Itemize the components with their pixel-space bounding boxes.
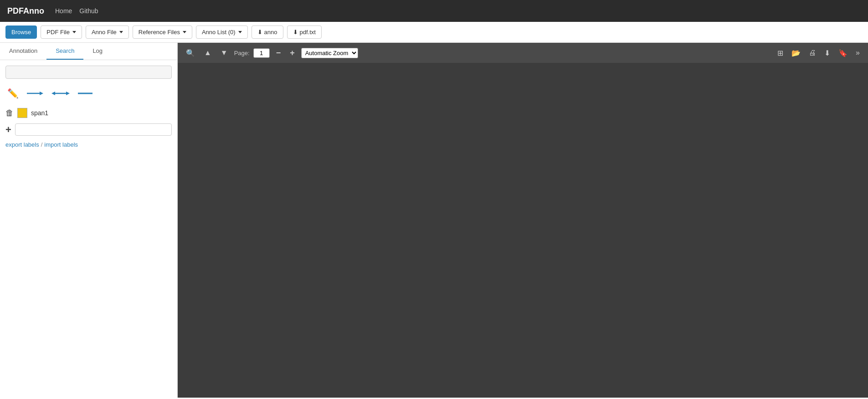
zoom-in-button[interactable]: + xyxy=(287,46,298,60)
arrow-both-icon[interactable] xyxy=(51,90,70,97)
app-brand: PDFAnno xyxy=(7,6,44,16)
anno-file-caret-icon xyxy=(119,31,123,33)
tab-search[interactable]: Search xyxy=(46,43,83,60)
label-color-swatch[interactable] xyxy=(17,108,27,118)
pdf-file-caret-icon xyxy=(72,31,76,33)
print-button[interactable]: 🖨 xyxy=(806,47,819,59)
export-labels-link[interactable]: export labels xyxy=(5,141,39,148)
pdf-search-button[interactable]: 🔍 xyxy=(183,47,198,59)
divider: / xyxy=(41,141,43,148)
pdf-file-button[interactable]: PDF File xyxy=(41,26,82,39)
pdf-prev-page-button[interactable]: ▲ xyxy=(201,47,214,59)
download-anno-button[interactable]: ⬇ anno xyxy=(252,26,283,39)
svg-marker-4 xyxy=(66,92,70,95)
label-name-text: span1 xyxy=(31,109,48,117)
add-label-row: + xyxy=(5,123,172,136)
fit-page-button[interactable]: ⊞ xyxy=(775,47,786,59)
anno-list-caret-icon xyxy=(238,31,242,33)
pdf-canvas xyxy=(178,63,868,398)
line-icon[interactable] xyxy=(77,91,93,96)
main-layout: Annotation Search Log ✏️ xyxy=(0,43,868,398)
tab-annotation[interactable]: Annotation xyxy=(0,43,46,60)
more-tools-button[interactable]: » xyxy=(853,47,863,59)
nav-github-link[interactable]: Github xyxy=(79,7,98,15)
download-txt-button[interactable]: ⬇ pdf.txt xyxy=(287,26,322,39)
browse-button[interactable]: Browse xyxy=(5,26,37,39)
pdf-toolbar: 🔍 ▲ ▼ Page: − + Automatic Zoom 50% 75% 1… xyxy=(178,43,868,63)
sidebar: Annotation Search Log ✏️ xyxy=(0,43,178,398)
svg-marker-1 xyxy=(40,92,43,95)
anno-file-button[interactable]: Anno File xyxy=(86,26,129,39)
reference-files-button[interactable]: Reference Files xyxy=(133,26,192,39)
zoom-out-button[interactable]: − xyxy=(273,46,284,60)
navbar: PDFAnno Home Github xyxy=(0,0,868,22)
pdf-next-page-button[interactable]: ▼ xyxy=(218,47,231,59)
download-button[interactable]: ⬇ xyxy=(822,47,833,59)
reference-files-caret-icon xyxy=(183,31,186,33)
page-number-input[interactable] xyxy=(253,48,270,58)
pdf-toolbar-right: ⊞ 📂 🖨 ⬇ 🔖 » xyxy=(775,47,863,59)
delete-label-icon[interactable]: 🗑 xyxy=(5,108,14,118)
zoom-select[interactable]: Automatic Zoom 50% 75% 100% 125% 150% 20… xyxy=(301,48,358,58)
label-row: 🗑 span1 xyxy=(5,108,172,118)
nav-home-link[interactable]: Home xyxy=(55,7,72,15)
download-anno-icon: ⬇ xyxy=(257,29,262,36)
sidebar-search-input[interactable] xyxy=(5,66,172,79)
download-txt-icon: ⬇ xyxy=(293,29,298,36)
main-toolbar: Browse PDF File Anno File Reference File… xyxy=(0,22,868,43)
sidebar-content: ✏️ 🗑 xyxy=(0,60,177,398)
open-file-button[interactable]: 📂 xyxy=(789,47,803,59)
pdf-viewer: 🔍 ▲ ▼ Page: − + Automatic Zoom 50% 75% 1… xyxy=(178,43,868,398)
tab-log[interactable]: Log xyxy=(83,43,112,60)
bookmark-button[interactable]: 🔖 xyxy=(836,47,850,59)
add-label-input[interactable] xyxy=(15,123,172,136)
annotation-type-row: ✏️ xyxy=(5,84,172,102)
arrow-right-icon[interactable] xyxy=(26,90,44,97)
sidebar-tabs: Annotation Search Log xyxy=(0,43,177,60)
page-label: Page: xyxy=(234,50,250,56)
anno-list-button[interactable]: Anno List (0) xyxy=(196,26,248,39)
import-labels-link[interactable]: import labels xyxy=(44,141,78,148)
pencil-icon[interactable]: ✏️ xyxy=(7,88,19,99)
svg-marker-3 xyxy=(51,92,55,95)
add-label-icon[interactable]: + xyxy=(5,125,11,135)
export-import-links: export labels / import labels xyxy=(5,141,172,148)
